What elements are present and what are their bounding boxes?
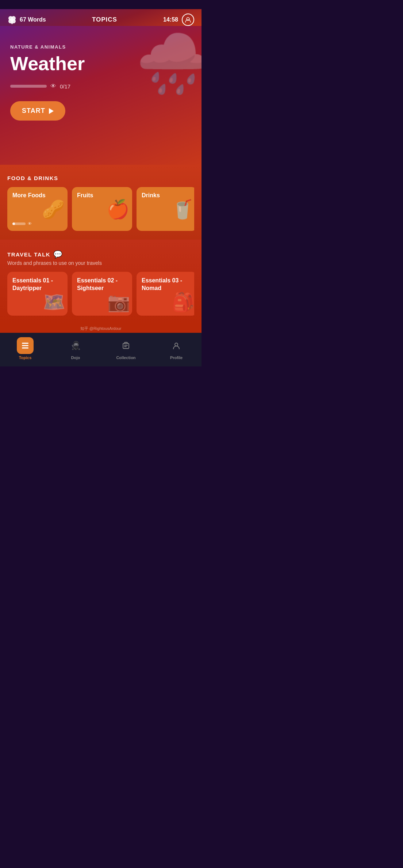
travel-card-03[interactable]: Essentials 03 -Nomad 🎒 [137, 272, 194, 316]
svg-rect-6 [22, 343, 28, 344]
card-title-fruits: Fruits [77, 192, 127, 199]
travel-card-title-02: Essentials 02 -Sightseer [77, 277, 127, 292]
topics-icon-bg [17, 337, 34, 354]
travel-chat-icon: 💬 [53, 250, 63, 259]
nav-item-collection[interactable]: Collection [101, 336, 151, 361]
travel-subtitle: Words and phrases to use on your travels [7, 260, 194, 266]
app-header: 67 Words TOPICS 14:58 [0, 9, 202, 26]
profile-nav-label: Profile [170, 355, 183, 360]
play-icon [49, 108, 54, 114]
food-cards-row: More Foods 🥜 👁 Fruits 🍎 Drinks 🥤 [7, 187, 194, 232]
card-title-drinks: Drinks [142, 192, 192, 199]
svg-rect-10 [124, 345, 128, 346]
travel-card-title-03: Essentials 03 -Nomad [142, 277, 192, 292]
travel-section-title: TRAVEL TALK 💬 [7, 250, 194, 259]
dojo-nav-label: Dojo [71, 355, 80, 360]
card-title-more-foods: More Foods [12, 192, 62, 199]
start-button[interactable]: START [10, 101, 65, 121]
dojo-icon: 🥷 [71, 341, 81, 350]
dojo-icon-bg: 🥷 [67, 337, 84, 354]
header-right: 14:58 [163, 14, 194, 26]
food-section: FOOD & DRINKS More Foods 🥜 👁 Fruits 🍎 Dr… [0, 165, 202, 240]
collection-nav-label: Collection [116, 355, 135, 360]
topic-card-drinks[interactable]: Drinks 🥤 [137, 187, 194, 231]
svg-rect-11 [124, 346, 127, 347]
header-title: TOPICS [92, 16, 117, 23]
travel-card-01[interactable]: Essentials 01 -Daytripper 🗺️ [7, 272, 68, 316]
progress-row: 👁 0/17 [10, 83, 191, 90]
travel-card-02[interactable]: Essentials 02 -Sightseer 📷 [72, 272, 132, 316]
bottom-nav: Topics 🥷 Dojo Collection Profile [0, 333, 202, 366]
card-icon-more-foods: 🥜 [42, 199, 65, 220]
progress-count: 0/17 [60, 83, 70, 90]
topic-card-more-foods[interactable]: More Foods 🥜 👁 [7, 187, 68, 231]
svg-point-12 [175, 343, 178, 346]
profile-icon-bg [168, 337, 185, 354]
app-logo [7, 15, 17, 24]
topic-card-fruits[interactable]: Fruits 🍎 [72, 187, 132, 231]
nav-item-profile[interactable]: Profile [151, 336, 202, 361]
hero-title: Weather [10, 53, 191, 74]
travel-cards-row: Essentials 01 -Daytripper 🗺️ Essentials … [7, 272, 194, 317]
status-bar [0, 0, 202, 9]
progress-bar [10, 85, 47, 88]
travel-card-title-01: Essentials 01 -Daytripper [12, 277, 62, 292]
nav-item-dojo[interactable]: 🥷 Dojo [50, 336, 101, 361]
svg-rect-8 [22, 347, 28, 349]
card-icon-drinks: 🥤 [171, 199, 194, 220]
watermark: 知乎 @RightousArdour [0, 324, 202, 333]
start-label: START [22, 107, 45, 115]
card-eye-icon: 👁 [28, 221, 32, 226]
card-progress-more-foods: 👁 [12, 221, 62, 226]
card-icon-fruits: 🍎 [107, 199, 129, 220]
svg-rect-9 [123, 343, 129, 349]
header-time: 14:58 [163, 16, 178, 23]
collection-icon-bg [118, 337, 134, 354]
travel-card-icon-03: 🎒 [172, 292, 194, 313]
card-bar [12, 222, 26, 225]
travel-section: TRAVEL TALK 💬 Words and phrases to use o… [0, 240, 202, 324]
travel-card-icon-02: 📷 [107, 292, 130, 313]
svg-rect-4 [11, 22, 13, 24]
nav-item-topics[interactable]: Topics [0, 336, 50, 361]
words-count: 67 Words [20, 16, 46, 23]
hero-section: 🌧️ NATURE & ANIMALS Weather 👁 0/17 START [0, 26, 202, 165]
hero-category: NATURE & ANIMALS [10, 44, 191, 50]
card-fill [12, 222, 15, 225]
header-left: 67 Words [7, 15, 46, 24]
travel-card-icon-01: 🗺️ [43, 292, 65, 313]
svg-rect-7 [22, 345, 28, 346]
eye-icon: 👁 [50, 83, 56, 90]
food-section-title: FOOD & DRINKS [7, 175, 194, 181]
topics-nav-label: Topics [19, 355, 32, 360]
avatar[interactable] [182, 14, 194, 26]
